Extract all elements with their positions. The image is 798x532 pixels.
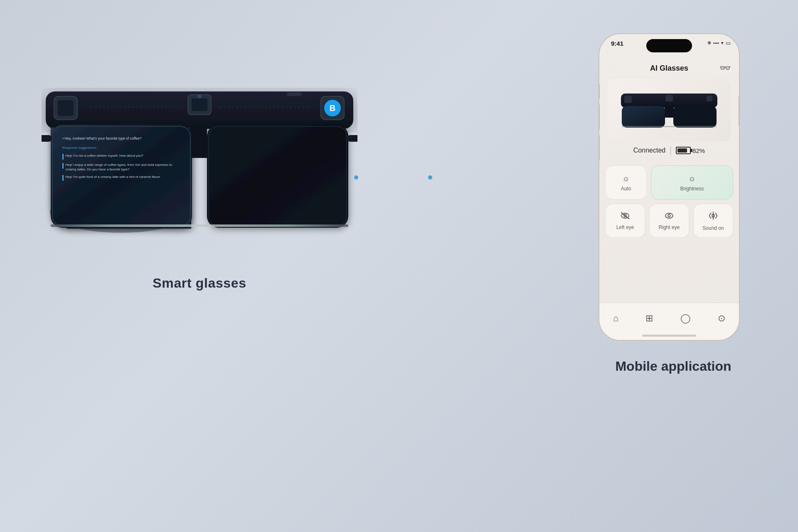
battery-percentage: 82%	[692, 147, 705, 154]
mini-glasses-svg	[619, 89, 719, 131]
sound-btn[interactable]: Sound on	[693, 204, 733, 238]
power-button	[739, 96, 740, 126]
svg-point-46	[282, 106, 283, 108]
svg-rect-69	[673, 106, 717, 128]
svg-point-17	[124, 106, 126, 108]
glasses-wrapper: B • Hey, Andrew! What's your favorite ty…	[42, 50, 357, 291]
mobile-label: Mobile application	[615, 359, 731, 374]
svg-point-29	[174, 106, 175, 108]
right-eye-btn[interactable]: Right eye	[649, 204, 689, 238]
svg-point-30	[178, 106, 180, 108]
right-eye-label: Right eye	[659, 224, 680, 230]
svg-point-50	[298, 106, 300, 108]
svg-point-52	[307, 106, 308, 108]
app-glasses-icon: 👓	[719, 63, 731, 74]
app-title-bar: AI Glasses 👓	[599, 57, 739, 79]
svg-point-28	[170, 106, 171, 108]
svg-point-23	[149, 106, 150, 108]
nav-chat[interactable]: ◯	[680, 313, 691, 324]
controls-row-2: Left eye Right eye	[605, 204, 733, 238]
brightness-icon: ☼	[688, 174, 696, 183]
svg-point-15	[116, 106, 117, 108]
battery-fill	[677, 148, 687, 153]
bluetooth-status-icon: ✻	[707, 40, 711, 46]
svg-point-49	[294, 106, 296, 108]
mute-button	[598, 84, 600, 99]
svg-point-10	[95, 106, 96, 108]
battery-indicator: 82%	[676, 147, 705, 154]
nav-store[interactable]: ⊞	[645, 313, 653, 324]
svg-point-31	[219, 106, 221, 108]
left-eye-icon	[620, 212, 630, 222]
right-eye-icon	[664, 212, 674, 222]
status-time: 9:41	[611, 40, 623, 47]
left-eye-label: Left eye	[616, 224, 634, 230]
svg-rect-71	[624, 96, 632, 103]
auto-icon: ☼	[622, 174, 630, 183]
svg-point-16	[120, 106, 121, 108]
auto-label: Auto	[621, 186, 631, 192]
nav-profile[interactable]: ⊙	[718, 313, 725, 324]
svg-point-11	[99, 106, 101, 108]
svg-point-78	[665, 213, 673, 218]
phone-section: 9:41 ✻ ▪▪▪▪ ▾ ▭ AI Glasses 👓	[598, 33, 748, 341]
svg-rect-54	[57, 100, 74, 116]
svg-point-14	[111, 106, 113, 108]
svg-point-38	[249, 106, 250, 108]
svg-point-21	[140, 106, 142, 108]
svg-point-9	[91, 106, 92, 108]
status-bar: 9:41 ✻ ▪▪▪▪ ▾ ▭	[599, 34, 739, 57]
phone-glasses-image	[608, 79, 731, 141]
svg-point-39	[253, 106, 254, 108]
controls-row-1: ☼ Auto ☼ Brightness	[605, 165, 733, 200]
svg-point-79	[668, 214, 670, 217]
connected-status: Connected 82%	[599, 146, 739, 155]
left-eye-btn[interactable]: Left eye	[605, 204, 645, 238]
svg-point-26	[161, 106, 163, 108]
svg-point-43	[269, 106, 271, 108]
svg-rect-63	[347, 135, 357, 142]
svg-point-33	[228, 106, 229, 108]
app-title: AI Glasses	[650, 64, 688, 73]
phone-frame: 9:41 ✻ ▪▪▪▪ ▾ ▭ AI Glasses 👓	[598, 33, 740, 341]
svg-rect-72	[665, 95, 673, 101]
svg-point-27	[165, 106, 167, 108]
home-indicator	[642, 335, 696, 337]
signal-icon: ▪▪▪▪	[713, 41, 719, 45]
store-icon: ⊞	[645, 313, 653, 324]
svg-point-32	[224, 106, 225, 108]
sound-icon	[709, 211, 718, 223]
svg-point-35	[236, 106, 238, 108]
svg-point-41	[261, 106, 263, 108]
brightness-label: Brightness	[680, 186, 704, 192]
svg-point-18	[128, 106, 130, 108]
svg-point-42	[265, 106, 267, 108]
svg-point-40	[257, 106, 259, 108]
wifi-icon: ▾	[721, 40, 724, 46]
status-icons: ✻ ▪▪▪▪ ▾ ▭	[707, 40, 731, 46]
svg-point-20	[136, 106, 138, 108]
connection-text: Connected	[633, 147, 665, 154]
status-divider	[670, 146, 671, 155]
battery-status-icon: ▭	[726, 40, 731, 46]
svg-point-19	[132, 106, 134, 108]
svg-point-12	[103, 106, 105, 108]
svg-rect-73	[707, 96, 712, 101]
svg-rect-74	[622, 126, 717, 127]
nav-home[interactable]: ⌂	[613, 313, 618, 324]
controls-section: ☼ Auto ☼ Brightness	[605, 165, 733, 242]
svg-point-51	[303, 106, 304, 108]
chat-icon: ◯	[680, 313, 691, 324]
svg-rect-7	[192, 125, 206, 157]
home-icon: ⌂	[613, 313, 618, 324]
svg-point-37	[244, 106, 246, 108]
svg-rect-68	[622, 106, 665, 128]
svg-point-25	[157, 106, 159, 108]
brightness-btn[interactable]: ☼ Brightness	[651, 165, 733, 200]
volume-up-button	[598, 105, 600, 130]
auto-btn[interactable]: ☼ Auto	[605, 165, 647, 200]
svg-point-60	[197, 94, 202, 99]
svg-rect-8	[51, 224, 348, 227]
svg-point-13	[107, 106, 109, 108]
profile-icon: ⊙	[718, 313, 725, 324]
